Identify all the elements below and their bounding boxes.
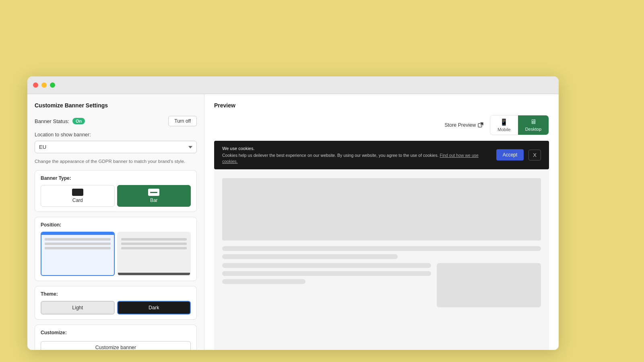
position-buttons xyxy=(41,232,191,276)
customize-banner-button[interactable]: Customize banner xyxy=(41,341,191,350)
skeleton-line-2 xyxy=(222,254,398,259)
skeleton-line-5 xyxy=(222,279,305,284)
cookie-banner: We use cookies. Cookies help us deilever… xyxy=(214,141,549,169)
theme-label: Theme: xyxy=(41,291,191,297)
bar-type-button[interactable]: Bar xyxy=(117,185,191,207)
pos-bottom-bar xyxy=(118,273,190,275)
skeleton-row xyxy=(222,263,541,307)
card-type-button[interactable]: Card xyxy=(41,185,115,207)
bar-icon xyxy=(148,189,159,196)
banner-type-box: Banner Type: Card Bar xyxy=(35,170,197,212)
preview-header: Store Preview 📱 Mobile 🖥 Desktop xyxy=(214,115,549,135)
mobile-icon: 📱 xyxy=(500,118,508,126)
skeleton-line-4 xyxy=(222,271,431,276)
pos-top-bar xyxy=(41,232,114,235)
helper-text: Change the appearance of the GDPR banner… xyxy=(35,158,197,165)
store-preview-label: Store Preview xyxy=(444,122,476,128)
skeleton-left xyxy=(222,263,431,307)
dark-theme-button[interactable]: Dark xyxy=(117,301,191,315)
device-toggle: 📱 Mobile 🖥 Desktop xyxy=(490,115,549,135)
desktop-device-button[interactable]: 🖥 Desktop xyxy=(518,115,549,135)
preview-content xyxy=(214,170,549,350)
traffic-lights xyxy=(33,82,55,88)
light-theme-button[interactable]: Light xyxy=(41,301,115,315)
mobile-label: Mobile xyxy=(497,127,510,132)
pos-line-2 xyxy=(45,243,111,245)
pos-content-lines-2 xyxy=(121,238,187,251)
banner-status-label: Banner Status: xyxy=(35,118,69,124)
accept-button[interactable]: Accept xyxy=(496,149,524,160)
left-panel: Customize Banner Settings Banner Status:… xyxy=(27,94,204,350)
external-link-icon xyxy=(478,122,483,128)
cookie-text: We use cookies. Cookies help us deilever… xyxy=(222,146,491,165)
theme-buttons: Light Dark xyxy=(41,301,191,315)
card-icon xyxy=(72,189,83,196)
pos-line-1 xyxy=(45,238,111,241)
banner-status-row: Banner Status: On Turn off xyxy=(35,116,197,126)
location-select[interactable]: EU US Global Custom xyxy=(35,141,197,153)
close-button[interactable] xyxy=(33,82,38,88)
location-label: Location to show banner: xyxy=(35,132,197,138)
position-box: Position: xyxy=(35,217,197,281)
desktop-icon: 🖥 xyxy=(530,118,537,125)
position-bottom-button[interactable] xyxy=(117,232,191,276)
skeleton-right xyxy=(437,263,541,307)
cookie-body-text: Cookies help us deilever the best experi… xyxy=(222,153,439,158)
customize-box: Customize: Customize banner xyxy=(35,325,197,350)
customize-label: Customize: xyxy=(41,330,191,335)
close-banner-button[interactable]: X xyxy=(528,150,541,160)
theme-box: Theme: Light Dark xyxy=(35,286,197,320)
position-top-button[interactable] xyxy=(41,232,115,276)
skeleton-line-3 xyxy=(222,263,431,268)
pos-line-6 xyxy=(121,247,187,249)
turn-off-button[interactable]: Turn off xyxy=(168,116,197,126)
status-badge: On xyxy=(72,118,85,124)
pos-line-3 xyxy=(45,247,111,249)
maximize-button[interactable] xyxy=(50,82,55,88)
mobile-device-button[interactable]: 📱 Mobile xyxy=(490,115,518,135)
cookie-title: We use cookies. xyxy=(222,146,491,152)
title-bar xyxy=(27,76,559,94)
banner-type-label: Banner Type: xyxy=(41,175,191,181)
preview-title: Preview xyxy=(214,102,549,109)
position-label: Position: xyxy=(41,222,191,228)
skeleton-card xyxy=(437,263,541,307)
panel-title: Customize Banner Settings xyxy=(35,102,197,109)
main-content: Customize Banner Settings Banner Status:… xyxy=(27,94,559,350)
bar-icon-line xyxy=(150,192,157,193)
cookie-body: Cookies help us deilever the best experi… xyxy=(222,152,491,164)
pos-line-5 xyxy=(121,243,187,245)
right-panel: Preview Store Preview 📱 Mobile 🖥 xyxy=(204,94,559,350)
pos-line-4 xyxy=(121,238,187,241)
banner-type-buttons: Card Bar xyxy=(41,185,191,207)
pos-content-lines xyxy=(45,238,111,251)
card-type-label: Card xyxy=(72,197,83,203)
bar-type-label: Bar xyxy=(150,197,158,203)
minimize-button[interactable] xyxy=(41,82,47,88)
skeleton-line-1 xyxy=(222,246,541,251)
store-preview-link[interactable]: Store Preview xyxy=(444,122,483,128)
desktop-label: Desktop xyxy=(525,127,541,132)
browser-window: Customize Banner Settings Banner Status:… xyxy=(27,76,559,350)
skeleton-hero xyxy=(222,178,541,241)
